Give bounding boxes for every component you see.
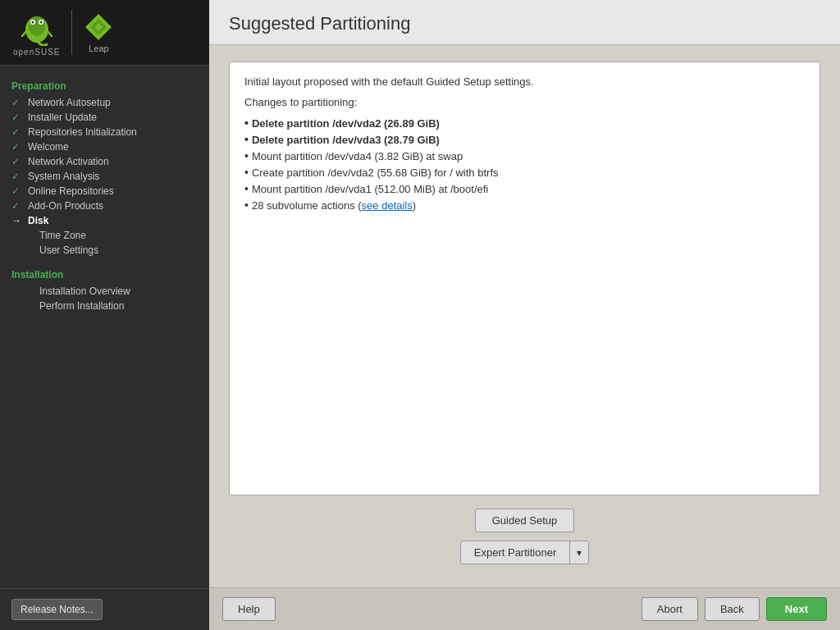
sidebar-item-label: Installation Overview: [39, 285, 130, 297]
sidebar-item-label: Welcome: [28, 141, 69, 153]
svg-point-1: [29, 16, 45, 36]
expert-partitioner-wrapper: Expert Partitioner ▾: [460, 541, 589, 564]
list-item: Mount partition /dev/vda1 (512.00 MiB) a…: [244, 180, 805, 197]
sidebar-item-label: Disk: [28, 215, 48, 226]
list-item: Delete partition /dev/vda2 (26.89 GiB): [244, 115, 805, 131]
sidebar-item-welcome[interactable]: ✓ Welcome: [0, 139, 209, 154]
installation-section-label: Installation: [0, 264, 209, 284]
preparation-section-label: Preparation: [0, 75, 209, 95]
sidebar-item-user-settings[interactable]: User Settings: [0, 243, 209, 258]
check-icon: ✓: [11, 171, 23, 182]
sidebar-item-network-activation[interactable]: ✓ Network Activation: [0, 154, 209, 169]
check-icon: ✓: [11, 112, 23, 123]
footer-left: Help: [222, 597, 276, 621]
partitioning-info-box: Initial layout proposed with the default…: [229, 62, 820, 495]
sidebar-item-time-zone[interactable]: Time Zone: [0, 228, 209, 243]
action-buttons: Guided Setup Expert Partitioner ▾: [229, 509, 820, 571]
list-item: Delete partition /dev/vda3 (28.79 GiB): [244, 131, 805, 148]
abort-button[interactable]: Abort: [641, 597, 698, 621]
expert-partitioner-dropdown-button[interactable]: ▾: [570, 541, 588, 564]
sidebar-item-installation-overview[interactable]: Installation Overview: [0, 284, 209, 299]
partition-text: 28 subvolume actions (see details): [252, 199, 416, 212]
footer-right: Abort Back Next: [641, 597, 827, 621]
svg-line-6: [22, 31, 26, 36]
check-icon: ✓: [11, 156, 23, 167]
partition-text: Delete partition /dev/vda3 (28.79 GiB): [252, 134, 440, 146]
svg-point-4: [31, 21, 34, 24]
see-details-link[interactable]: see details: [362, 199, 413, 212]
opensuse-text: openSUSE: [13, 48, 60, 57]
sidebar: openSUSE Leap Preparation ✓ Network Auto…: [0, 0, 209, 630]
list-item: Mount partition /dev/vda4 (3.82 GiB) at …: [244, 148, 805, 164]
sidebar-item-label: Network Autosetup: [28, 97, 111, 108]
sidebar-item-label: Perform Installation: [39, 300, 124, 312]
sidebar-bottom: Release Notes...: [0, 588, 209, 630]
intro-text: Initial layout proposed with the default…: [244, 75, 805, 88]
list-item: Create partition /dev/vda2 (55.68 GiB) f…: [244, 164, 805, 180]
main-content: Initial layout proposed with the default…: [209, 45, 840, 587]
svg-point-5: [39, 21, 42, 24]
sidebar-item-disk[interactable]: → Disk: [0, 213, 209, 228]
sidebar-item-repositories-initialization[interactable]: ✓ Repositories Initialization: [0, 125, 209, 139]
back-button[interactable]: Back: [705, 597, 760, 621]
sidebar-item-label: Online Repositories: [28, 185, 114, 197]
next-button[interactable]: Next: [766, 597, 827, 621]
sidebar-item-online-repositories[interactable]: ✓ Online Repositories: [0, 184, 209, 199]
footer-bar: Help Abort Back Next: [209, 587, 840, 630]
svg-line-7: [48, 31, 52, 36]
partition-text: Mount partition /dev/vda4 (3.82 GiB) at …: [252, 150, 463, 162]
sidebar-item-label: System Analysis: [28, 171, 99, 182]
sidebar-item-installer-update[interactable]: ✓ Installer Update: [0, 110, 209, 125]
sidebar-item-label: Installer Update: [28, 112, 97, 123]
changes-label: Changes to partitioning:: [244, 96, 805, 108]
partition-text: Delete partition /dev/vda2 (26.89 GiB): [252, 117, 440, 130]
check-icon: ✓: [11, 126, 23, 138]
partition-text: Create partition /dev/vda2 (55.68 GiB) f…: [252, 167, 499, 179]
guided-setup-button[interactable]: Guided Setup: [475, 509, 575, 532]
leap-text: Leap: [89, 43, 108, 53]
expert-partitioner-button[interactable]: Expert Partitioner: [461, 541, 570, 564]
opensuse-gecko-icon: [18, 8, 56, 46]
sidebar-item-label: Repositories Initialization: [28, 126, 137, 138]
arrow-icon: →: [11, 215, 23, 226]
leap-diamond-icon: [84, 12, 113, 42]
sidebar-item-label: Add-On Products: [28, 200, 103, 212]
partition-list: Delete partition /dev/vda2 (26.89 GiB) D…: [244, 115, 805, 213]
check-icon: ✓: [11, 200, 23, 212]
sidebar-item-system-analysis[interactable]: ✓ System Analysis: [0, 169, 209, 184]
sidebar-item-network-autosetup[interactable]: ✓ Network Autosetup: [0, 95, 209, 110]
main-header: Suggested Partitioning: [209, 0, 840, 45]
sidebar-nav: Preparation ✓ Network Autosetup ✓ Instal…: [0, 66, 209, 588]
check-icon: ✓: [11, 185, 23, 197]
sidebar-item-label: Time Zone: [39, 230, 86, 241]
sidebar-item-label: Network Activation: [28, 156, 109, 167]
help-button[interactable]: Help: [222, 597, 276, 621]
logo-divider: [71, 10, 72, 55]
page-title: Suggested Partitioning: [229, 13, 820, 34]
partition-text: Mount partition /dev/vda1 (512.00 MiB) a…: [252, 183, 488, 195]
sidebar-header: openSUSE Leap: [0, 0, 209, 66]
check-icon: ✓: [11, 141, 23, 153]
sidebar-item-add-on-products[interactable]: ✓ Add-On Products: [0, 199, 209, 213]
sidebar-item-label: User Settings: [39, 244, 98, 256]
sidebar-item-perform-installation[interactable]: Perform Installation: [0, 299, 209, 313]
opensuse-logo: openSUSE: [13, 8, 60, 57]
release-notes-button[interactable]: Release Notes...: [11, 599, 103, 620]
check-icon: ✓: [11, 97, 23, 108]
list-item: 28 subvolume actions (see details): [244, 197, 805, 213]
main-panel: Suggested Partitioning Initial layout pr…: [209, 0, 840, 630]
leap-logo: Leap: [84, 12, 113, 53]
